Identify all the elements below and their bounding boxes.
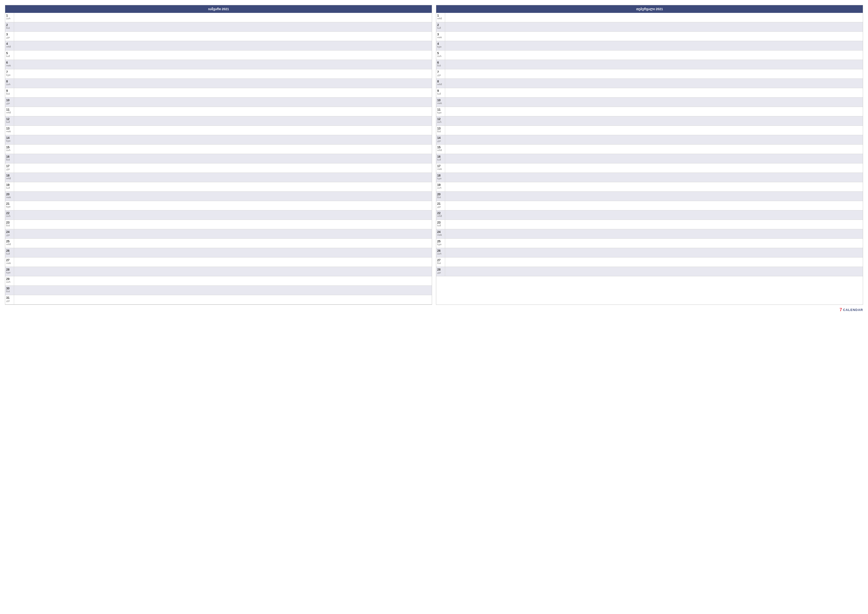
day-row: 12სამ <box>5 117 432 126</box>
day-row: 13ოთხ <box>5 126 432 135</box>
day-number-cell: 26პარ <box>436 248 445 257</box>
day-number-cell: 22ორშ <box>436 210 445 219</box>
day-number-cell: 23შაბ <box>5 220 14 229</box>
day-row: 6შაბ <box>436 60 863 69</box>
day-row: 27შაბ <box>436 258 863 267</box>
day-content <box>445 267 863 276</box>
day-number-cell: 26სამ <box>5 248 14 257</box>
day-name: შაბ <box>6 159 13 161</box>
day-number-cell: 23სამ <box>436 220 445 229</box>
day-content <box>445 248 863 257</box>
day-row: 29პარ <box>5 276 432 286</box>
day-number: 23 <box>437 221 444 224</box>
day-number-cell: 11ორშ <box>5 107 14 116</box>
day-number-cell: 10ოთხ <box>436 98 445 107</box>
day-row: 12პარ <box>436 117 863 126</box>
day-number: 2 <box>6 23 13 27</box>
day-name: ოთხ <box>437 234 444 236</box>
day-content <box>445 239 863 248</box>
day-row: 14ხუთ <box>5 135 432 145</box>
day-row: 2შაბ <box>5 22 432 32</box>
day-number: 19 <box>437 183 444 187</box>
day-content <box>445 13 863 22</box>
day-name: კვი <box>437 74 444 76</box>
day-number-cell: 28ხუთ <box>5 267 14 276</box>
day-number-cell: 7კვი <box>436 69 445 78</box>
day-number: 15 <box>437 146 444 149</box>
day-content <box>14 201 432 210</box>
day-row: 4ორშ <box>5 41 432 51</box>
day-number: 19 <box>6 183 13 187</box>
day-name: კვი <box>6 168 13 171</box>
day-number: 15 <box>6 146 13 149</box>
day-number-cell: 9სამ <box>436 88 445 97</box>
day-number: 1 <box>437 14 444 17</box>
day-content <box>445 41 863 50</box>
day-name: სამ <box>437 93 444 95</box>
day-content <box>445 192 863 201</box>
day-number: 5 <box>6 51 13 55</box>
month-header-january: იანვარი 2021 <box>5 5 432 13</box>
day-content <box>445 154 863 163</box>
day-name: შაბ <box>437 130 444 133</box>
day-row: 25ხუთ <box>436 239 863 248</box>
day-number-cell: 27შაბ <box>436 258 445 267</box>
day-row: 7კვი <box>436 69 863 79</box>
day-row: 2სამ <box>436 22 863 32</box>
day-name: ხუთ <box>437 243 444 246</box>
day-name: პარ <box>6 281 13 283</box>
day-content <box>445 145 863 154</box>
day-number-cell: 17კვი <box>5 163 14 173</box>
day-number-cell: 12სამ <box>5 117 14 126</box>
day-content <box>445 126 863 135</box>
day-name: სამ <box>437 159 444 161</box>
day-number-cell: 24კვი <box>5 229 14 238</box>
day-row: 8პარ <box>5 79 432 88</box>
day-row: 5პარ <box>436 51 863 60</box>
day-number: 3 <box>6 33 13 36</box>
day-name: პარ <box>6 215 13 218</box>
day-name: კვი <box>437 271 444 274</box>
day-content <box>14 107 432 116</box>
day-row: 17კვი <box>5 163 432 173</box>
day-number: 22 <box>6 211 13 215</box>
day-name: ორშ <box>437 83 444 86</box>
day-name: კვი <box>437 205 444 208</box>
day-name: სამ <box>437 27 444 30</box>
day-name: ხუთ <box>437 45 444 48</box>
day-number: 4 <box>6 42 13 45</box>
month-block-january: იანვარი 20211პარ2შაბ3კვი4ორშ5სამ6ოთხ7ხუთ… <box>5 5 432 305</box>
day-name: პარ <box>6 149 13 152</box>
brand-icon: 7 <box>840 307 842 312</box>
day-number: 8 <box>437 80 444 83</box>
day-number-cell: 20შაბ <box>436 192 445 201</box>
day-number: 12 <box>437 117 444 121</box>
day-name: ხუთ <box>437 177 444 180</box>
day-number: 13 <box>437 127 444 130</box>
day-number-cell: 19პარ <box>436 182 445 191</box>
calendar-container: იანვარი 20211პარ2შაბ3კვი4ორშ5სამ6ოთხ7ხუთ… <box>5 5 863 305</box>
day-row: 11ორშ <box>5 107 432 117</box>
day-name: შაბ <box>437 262 444 265</box>
day-number: 28 <box>6 268 13 271</box>
day-name: კვი <box>6 300 13 302</box>
day-row: 21კვი <box>436 201 863 210</box>
day-number-cell: 7ხუთ <box>5 69 14 78</box>
day-row: 25ორშ <box>5 239 432 248</box>
day-number: 10 <box>437 98 444 102</box>
day-number-cell: 22პარ <box>5 210 14 219</box>
day-name: შაბ <box>6 27 13 30</box>
day-number-cell: 2სამ <box>436 22 445 31</box>
day-content <box>14 182 432 191</box>
day-content <box>14 154 432 163</box>
day-row: 1პარ <box>5 13 432 22</box>
day-row: 11ხუთ <box>436 107 863 117</box>
day-content <box>445 201 863 210</box>
day-number: 28 <box>437 268 444 271</box>
day-number-cell: 27ოთხ <box>5 258 14 267</box>
day-content <box>14 13 432 22</box>
day-row: 5სამ <box>5 51 432 60</box>
day-content <box>445 229 863 238</box>
day-content <box>445 51 863 60</box>
day-content <box>14 295 432 304</box>
